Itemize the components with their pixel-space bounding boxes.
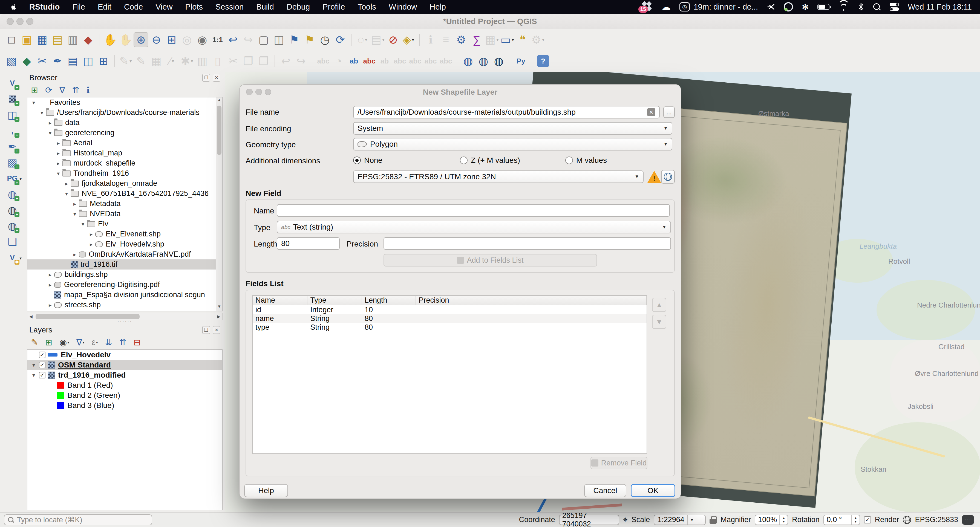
rotate-label-button[interactable]: abc xyxy=(423,54,438,68)
filter-by-expression-button[interactable]: ε▾ xyxy=(92,337,98,347)
measure-line-button[interactable]: ▭▾ xyxy=(500,32,515,47)
search-icon[interactable] xyxy=(873,3,881,11)
filter-browser-button[interactable]: ∇ xyxy=(59,85,65,95)
window-titlebar[interactable]: *Untitled Project — QGIS xyxy=(0,14,980,29)
current-edits-button[interactable]: ✎▾ xyxy=(118,54,133,68)
share-icon[interactable] xyxy=(767,2,775,12)
browse-file-button[interactable]: ... xyxy=(663,106,675,118)
cloud-icon[interactable]: ☁ xyxy=(661,2,671,12)
help-contents-button[interactable]: ? xyxy=(536,54,550,68)
layer-expander-icon[interactable]: ▾ xyxy=(29,362,38,368)
map-tips-button[interactable]: ❝ xyxy=(515,32,530,47)
radio-m-values[interactable]: M values xyxy=(565,156,607,165)
remove-layer-button[interactable]: ⊟ xyxy=(134,337,141,348)
panel-splitter[interactable]: ······ xyxy=(25,318,225,324)
menu-clock[interactable]: Wed 11 Feb 18:11 xyxy=(908,2,972,11)
move-label-button[interactable]: abc xyxy=(408,54,423,68)
browser-float-button[interactable]: ❐ xyxy=(202,74,210,81)
add-postgis-layer-button[interactable]: PG+▾ xyxy=(4,170,21,186)
fields-table-header-precision[interactable]: Precision xyxy=(416,296,647,305)
browser-item-historical-map[interactable]: ▸Historical_map xyxy=(27,148,222,158)
messages-icon[interactable]: ··· xyxy=(962,515,974,525)
field-precision-input[interactable] xyxy=(383,237,671,250)
deselect-features-button[interactable]: ⊘ xyxy=(386,32,401,47)
delete-selected-button[interactable]: ▯ xyxy=(210,54,225,68)
layer-visibility-checkbox[interactable]: ✓ xyxy=(39,372,45,378)
collapse-all-button[interactable]: ⇈ xyxy=(72,85,80,95)
apple-icon[interactable] xyxy=(8,2,19,12)
style-manager-button[interactable]: ◆ xyxy=(81,32,95,47)
browser-item-ombrukavkartdatafranve-pdf[interactable]: ▸OmBrukAvKartdataFraNVE.pdf xyxy=(27,249,222,259)
browser-item-streets-shp[interactable]: ▸streets.shp xyxy=(27,300,222,310)
add-vector-layer-button[interactable]: V+ xyxy=(4,75,21,91)
scale-lock-icon[interactable] xyxy=(710,516,717,524)
layer-diagram-button[interactable]: ◔ xyxy=(331,54,346,68)
copy-features-button[interactable]: ❐ xyxy=(241,54,256,68)
run-feature-action-button[interactable]: ⚙▾ xyxy=(530,32,545,47)
magnifier-spinner[interactable]: 100% ▲▼ xyxy=(755,515,788,525)
zoom-full-extent-button[interactable]: ⊞ xyxy=(164,32,179,47)
file-encoding-combobox[interactable]: System▼ xyxy=(353,122,672,135)
pin-unpin-labels-button[interactable]: ab xyxy=(377,54,392,68)
menu-code[interactable]: Code xyxy=(118,2,149,11)
layers-float-button[interactable]: ❐ xyxy=(202,326,210,334)
add-favorite-button[interactable]: ⊞ xyxy=(31,85,38,95)
move-field-down-button[interactable]: ▼ xyxy=(652,315,666,329)
spatial-bookmarks-button[interactable]: ⚑ xyxy=(287,32,302,47)
zoom-out-button[interactable]: ⊖ xyxy=(149,32,164,47)
refresh-map-button[interactable]: ⟳ xyxy=(333,32,348,47)
remove-field-button[interactable]: Remove Field xyxy=(590,457,648,469)
radio-z-m-values[interactable]: Z (+ M values) xyxy=(460,156,520,165)
zoom-in-button[interactable]: ⊕ xyxy=(134,32,148,47)
browser-item-murdock-shapefile[interactable]: ▸murdock_shapefile xyxy=(27,158,222,168)
browser-item-georeferencing-digitising-pdf[interactable]: ▸Georeferencing-Digitising.pdf xyxy=(27,279,222,290)
new-mesh-layer-button[interactable]: ◫ xyxy=(81,54,95,68)
show-layout-manager-button[interactable]: ▥ xyxy=(65,32,80,47)
zoom-native-button[interactable]: 1:1 xyxy=(210,32,225,47)
processing-toolbox-button[interactable]: ⚙ xyxy=(454,32,469,47)
add-wfs-layer-button[interactable]: ◍+ xyxy=(4,218,21,234)
menu-tools[interactable]: Tools xyxy=(351,2,382,11)
select-crs-button[interactable] xyxy=(661,170,675,184)
layer-visibility-checkbox[interactable]: ✓ xyxy=(39,362,45,368)
menu-rstudio[interactable]: RStudio xyxy=(23,2,66,11)
rotation-spinner[interactable]: 0,0 ° ▲▼ xyxy=(823,515,860,525)
menu-file[interactable]: File xyxy=(66,2,91,11)
field-length-input[interactable]: 80 xyxy=(277,237,340,250)
browser-item-trondheim-1916[interactable]: ▾Trondheim_1916 xyxy=(27,168,222,178)
crs-combobox[interactable]: EPSG:25832 - ETRS89 / UTM zone 32N▼ xyxy=(353,170,644,183)
browser-item-metadata[interactable]: ▸Metadata xyxy=(27,198,222,209)
extents-toggle-icon[interactable]: ⌖ xyxy=(623,515,628,525)
move-field-up-button[interactable]: ▲ xyxy=(652,298,666,312)
properties-widget-button[interactable]: ℹ xyxy=(86,85,90,95)
new-shapefile-layer-button[interactable]: V✱▾ xyxy=(4,250,21,266)
tree-expander-icon[interactable]: ▾ xyxy=(30,99,38,106)
field-type-combobox[interactable]: abc Text (string)▼ xyxy=(277,221,671,233)
web-globe-search-button[interactable]: ◍ xyxy=(476,54,491,68)
reminder-app-icon[interactable]: ◷ xyxy=(679,2,690,11)
open-project-button[interactable]: ▣ xyxy=(19,32,34,47)
band-item-band-2-green-[interactable]: Band 2 (Green) xyxy=(27,390,222,400)
zoom-to-layer-button[interactable]: ◉ xyxy=(195,32,210,47)
browser-vertical-scrollbar[interactable]: ▲ ▼ xyxy=(216,97,222,311)
tree-expander-icon[interactable]: ▾ xyxy=(62,190,71,197)
help-button[interactable]: Help xyxy=(244,484,288,497)
refresh-browser-button[interactable]: ⟳ xyxy=(45,85,52,95)
cancel-button[interactable]: Cancel xyxy=(584,484,626,497)
menu-edit[interactable]: Edit xyxy=(91,2,118,11)
python-console-button[interactable]: Py xyxy=(514,54,528,68)
multiedit-attributes-button[interactable]: ▥ xyxy=(195,54,210,68)
new-print-layout-button[interactable]: ▤ xyxy=(50,32,65,47)
control-center-icon[interactable] xyxy=(890,2,899,12)
identify-features-button[interactable]: ℹ xyxy=(423,32,438,47)
add-virtual-layer-button[interactable]: ▧+ xyxy=(4,155,21,170)
tree-expander-icon[interactable]: ▸ xyxy=(62,180,71,187)
layer-item-elv-hovedelv[interactable]: ✓Elv_Hovedelv xyxy=(27,350,222,360)
save-project-button[interactable]: ▦ xyxy=(35,32,49,47)
layer-item-trd-1916-modified[interactable]: ▾✓trd_1916_modified xyxy=(27,370,222,380)
circle-app-icon[interactable] xyxy=(784,2,793,11)
save-layer-edits-button[interactable]: ▦ xyxy=(149,54,164,68)
battery-icon[interactable] xyxy=(818,4,829,10)
locator-input[interactable]: Type to locate (⌘K) xyxy=(4,514,152,525)
new-project-button[interactable]: □ xyxy=(4,32,19,47)
